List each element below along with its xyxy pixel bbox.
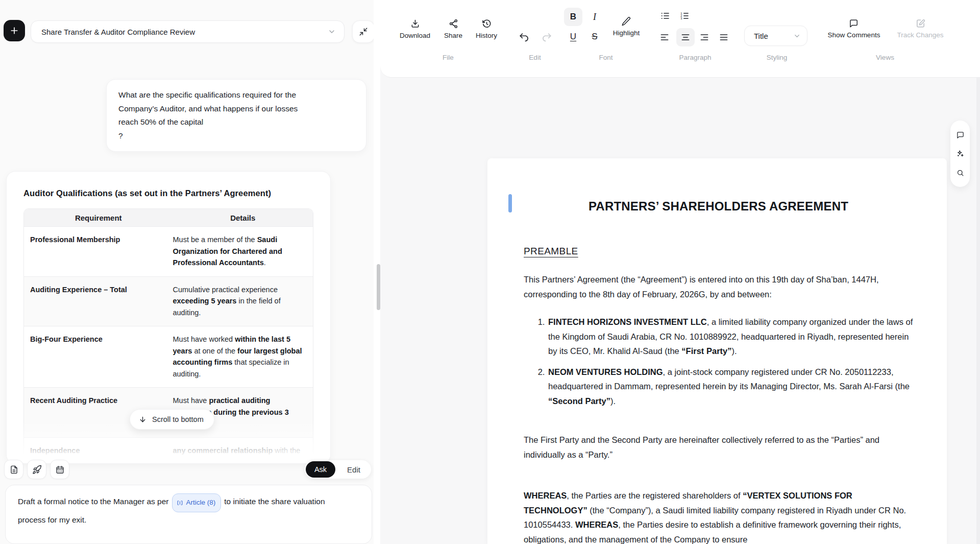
conversation-select[interactable]: Share Transfer & Auditor Compliance Revi… bbox=[31, 20, 345, 43]
document-scrollbar[interactable] bbox=[976, 78, 980, 544]
svg-text:3: 3 bbox=[680, 17, 682, 20]
bullet-list-button[interactable] bbox=[660, 11, 670, 21]
style-select[interactable]: Title bbox=[744, 26, 807, 46]
highlight-button[interactable]: Highlight bbox=[613, 16, 640, 37]
align-center-icon bbox=[680, 32, 691, 42]
new-chat-button[interactable] bbox=[4, 20, 25, 41]
undo-icon bbox=[519, 32, 530, 43]
document-title: PARTNERS’ SHAREHOLDERS AGREEMENT bbox=[524, 198, 913, 215]
details-cell: any commercial relationship with the Com… bbox=[173, 445, 313, 464]
share-button[interactable]: Share bbox=[444, 18, 462, 39]
chat-scrollbar-handle[interactable] bbox=[377, 264, 380, 310]
redo-button[interactable] bbox=[541, 32, 552, 43]
search-icon[interactable] bbox=[956, 169, 965, 177]
scroll-to-bottom-button[interactable]: Scroll to bottom bbox=[130, 409, 214, 430]
user-message-line: ? bbox=[118, 129, 354, 143]
whereas-paragraph: WHEREAS, the Parties are the registered … bbox=[524, 488, 913, 544]
preamble-heading: PREAMBLE bbox=[524, 244, 578, 258]
calendar-icon bbox=[55, 465, 65, 475]
table-header-row: Requirement Details bbox=[24, 209, 313, 226]
paragraph-group-label: Paragraph bbox=[679, 54, 711, 61]
user-message-line: Company’s Auditor, and what happens if o… bbox=[118, 102, 354, 116]
show-comments-button[interactable]: Show Comments bbox=[828, 18, 880, 39]
undo-button[interactable] bbox=[519, 32, 530, 43]
requirement-cell: Auditing Experience – Total bbox=[24, 284, 173, 319]
mode-toggle: Ask Edit bbox=[305, 460, 371, 479]
article-reference-chip[interactable]: Article (8) bbox=[172, 493, 222, 512]
chat-panel: Share Transfer & Auditor Compliance Revi… bbox=[0, 0, 380, 544]
user-message: What are the specific qualifications req… bbox=[106, 79, 366, 152]
column-header-requirement: Requirement bbox=[24, 214, 173, 222]
collapse-panel-button[interactable] bbox=[352, 20, 375, 43]
comment-icon bbox=[849, 18, 859, 29]
download-icon bbox=[409, 18, 420, 29]
column-header-details: Details bbox=[173, 214, 313, 222]
table-row: Professional Membership Must be a member… bbox=[24, 226, 313, 276]
file-group-label: File bbox=[443, 54, 454, 61]
table-row: Auditing Experience – Total Cumulative p… bbox=[24, 276, 313, 326]
edit-mode-button[interactable]: Edit bbox=[336, 465, 371, 474]
user-message-line: What are the specific qualifications req… bbox=[118, 88, 354, 102]
align-right-button[interactable] bbox=[699, 32, 709, 42]
parties-note-paragraph: The First Party and the Second Party are… bbox=[524, 433, 913, 462]
user-message-line: reach 50% of the capital bbox=[118, 115, 354, 129]
parties-list: FINTECH HORIZONS INVESTMENT LLC, a limit… bbox=[524, 315, 913, 408]
details-cell: Must have worked within the last 5 years… bbox=[173, 334, 313, 380]
conversation-title: Share Transfer & Auditor Compliance Revi… bbox=[41, 28, 328, 36]
highlighter-icon bbox=[621, 16, 631, 27]
chevron-down-icon bbox=[793, 32, 801, 40]
underline-button[interactable]: U bbox=[564, 28, 582, 46]
party-item: NEOM VENTURES HOLDING, a joint-stock com… bbox=[547, 365, 913, 409]
plus-icon bbox=[9, 26, 19, 36]
redo-icon bbox=[541, 32, 552, 43]
arrow-down-icon bbox=[138, 415, 147, 424]
align-center-button[interactable] bbox=[676, 28, 695, 46]
ai-assist-button[interactable] bbox=[955, 149, 965, 158]
scroll-to-bottom-label: Scroll to bottom bbox=[152, 415, 204, 423]
answer-title: Auditor Qualifications (as set out in th… bbox=[23, 188, 313, 198]
collapse-icon bbox=[359, 27, 368, 36]
details-cell: Cumulative practical experience exceedin… bbox=[173, 284, 313, 319]
document-side-rail bbox=[950, 121, 970, 187]
attach-document-button[interactable] bbox=[4, 460, 23, 479]
edit-group-label: Edit bbox=[529, 54, 541, 61]
details-cell: Must be a member of the Saudi Organizati… bbox=[173, 234, 313, 269]
track-changes-button[interactable]: Track Changes bbox=[897, 18, 943, 39]
text-cursor-indicator bbox=[508, 194, 512, 212]
table-row: Big-Four Experience Must have worked wit… bbox=[24, 326, 313, 387]
chevron-down-icon bbox=[328, 28, 336, 36]
comments-button[interactable] bbox=[956, 131, 965, 139]
align-justify-button[interactable] bbox=[719, 32, 729, 42]
align-left-icon bbox=[659, 32, 670, 42]
styling-group-label: Styling bbox=[767, 54, 788, 61]
edit-square-icon bbox=[915, 18, 925, 29]
table-row: Independence any commercial relationship… bbox=[24, 437, 313, 464]
style-select-value: Title bbox=[754, 32, 793, 40]
requirement-cell: Professional Membership bbox=[24, 234, 173, 269]
numbered-list-button[interactable]: 123 bbox=[679, 11, 690, 21]
align-left-button[interactable] bbox=[659, 32, 670, 42]
bold-button[interactable]: B bbox=[564, 8, 582, 26]
align-justify-icon bbox=[719, 32, 729, 42]
views-group-label: Views bbox=[876, 54, 894, 61]
align-right-icon bbox=[699, 32, 709, 42]
article-chip-label: Article (8) bbox=[186, 495, 216, 510]
document-icon bbox=[9, 465, 19, 475]
rocket-icon bbox=[32, 465, 42, 475]
requirement-cell: Independence bbox=[24, 445, 173, 464]
document-page[interactable]: PARTNERS’ SHAREHOLDERS AGREEMENT PREAMBL… bbox=[487, 158, 947, 544]
quick-action-button[interactable] bbox=[27, 460, 46, 479]
history-button[interactable]: History bbox=[476, 18, 497, 39]
italic-button[interactable]: I bbox=[585, 8, 604, 26]
download-button[interactable]: Download bbox=[400, 18, 430, 39]
history-icon bbox=[481, 18, 492, 29]
schedule-button[interactable] bbox=[50, 460, 69, 479]
font-group-label: Font bbox=[599, 54, 612, 61]
message-input[interactable]: Draft a formal notice to the Manager as … bbox=[5, 485, 372, 544]
editor-toolbar: Download Share History File Edit B I U S… bbox=[380, 0, 980, 78]
document-canvas: PARTNERS’ SHAREHOLDERS AGREEMENT PREAMBL… bbox=[380, 0, 980, 544]
strikethrough-button[interactable]: S bbox=[585, 28, 604, 46]
input-text-before: Draft a formal notice to the Manager as … bbox=[18, 497, 169, 506]
reference-icon bbox=[177, 500, 183, 506]
ask-mode-button[interactable]: Ask bbox=[306, 461, 335, 478]
